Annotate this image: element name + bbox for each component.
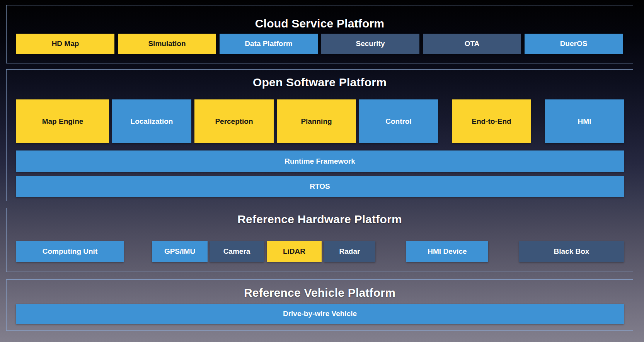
section-open-software-platform: Open Software Platform Map Engine Locali… <box>6 69 633 201</box>
apollo-architecture-diagram: Cloud Service Platform HD Map Simulation… <box>0 0 644 342</box>
bar-rtos: RTOS <box>16 176 624 197</box>
section-cloud-service-platform: Cloud Service Platform HD Map Simulation… <box>6 5 633 63</box>
section-reference-hardware-platform: Reference Hardware Platform Computing Un… <box>6 208 633 272</box>
cloud-platform-title: Cloud Service Platform <box>7 17 633 30</box>
bar-runtime-framework: Runtime Framework <box>16 150 624 172</box>
box-perception: Perception <box>194 99 274 143</box>
box-hmi: HMI <box>545 99 624 143</box>
software-platform-title: Open Software Platform <box>7 76 633 89</box>
box-data-platform: Data Platform <box>220 34 318 54</box>
box-gps-imu: GPS/IMU <box>152 241 208 262</box>
box-localization: Localization <box>112 99 191 143</box>
bar-drive-by-wire-vehicle: Drive-by-wire Vehicle <box>16 304 624 324</box>
box-black-box: Black Box <box>519 241 624 262</box>
box-dueros: DuerOS <box>525 34 623 54</box>
box-map-engine: Map Engine <box>16 99 109 143</box>
box-simulation: Simulation <box>118 34 216 54</box>
box-ota: OTA <box>423 34 521 54</box>
box-hmi-device: HMI Device <box>406 241 488 262</box>
box-security: Security <box>321 34 419 54</box>
vehicle-platform-title: Reference Vehicle Platform <box>7 286 633 299</box>
box-control: Control <box>359 99 438 143</box>
box-camera: Camera <box>210 241 264 262</box>
box-computing-unit: Computing Unit <box>16 241 124 262</box>
box-radar: Radar <box>324 241 375 262</box>
section-reference-vehicle-platform: Reference Vehicle Platform Drive-by-wire… <box>6 279 633 331</box>
hardware-platform-title: Reference Hardware Platform <box>7 213 633 226</box>
box-planning: Planning <box>277 99 356 143</box>
box-lidar: LiDAR <box>267 241 322 262</box>
box-end-to-end: End-to-End <box>452 99 531 143</box>
cloud-box-row: HD Map Simulation Data Platform Security… <box>16 34 623 54</box>
box-hd-map: HD Map <box>16 34 114 54</box>
